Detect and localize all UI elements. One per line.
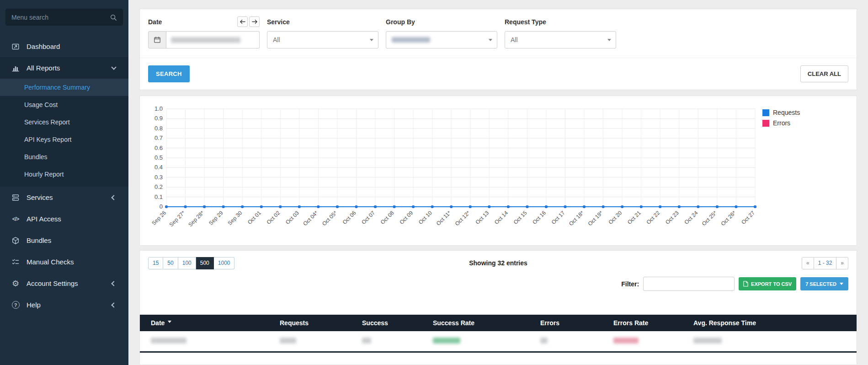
column-header-errors[interactable]: Errors [538, 315, 611, 331]
svg-text:Oct 24: Oct 24 [683, 209, 699, 225]
menu-search[interactable] [5, 9, 123, 26]
date-range-input[interactable] [166, 31, 260, 48]
svg-text:0.6: 0.6 [154, 145, 163, 151]
column-header-date[interactable]: Date [140, 315, 277, 331]
main-content: Date [128, 0, 868, 365]
column-header-requests[interactable]: Requests [277, 315, 359, 331]
table-row[interactable] [140, 331, 857, 352]
sidebar-subitem-usage-cost[interactable]: Usage Cost [0, 96, 128, 113]
chevron-down-icon [489, 39, 492, 43]
sidebar-item-help[interactable]: Help [0, 294, 128, 316]
redacted-avg-response-cell [693, 338, 722, 344]
svg-text:Oct 07: Oct 07 [360, 209, 376, 225]
sidebar-item-dashboard[interactable]: Dashboard [0, 36, 128, 57]
csv-file-icon [743, 281, 748, 287]
request-type-select-value: All [511, 36, 518, 43]
filter-panel: Date [139, 9, 857, 90]
sidebar-subitem-api-keys-report[interactable]: API Keys Report [0, 131, 128, 148]
clear-all-button[interactable]: CLEAR ALL [800, 65, 848, 82]
redacted-date-value [171, 37, 240, 43]
svg-text:Oct 18*: Oct 18* [568, 209, 585, 227]
sidebar-item-all-reports[interactable]: All Reports [0, 57, 128, 79]
table-filter-input[interactable] [643, 277, 735, 291]
sidebar-subitem-bundles[interactable]: Bundles [0, 148, 128, 166]
chevron-left-icon [111, 302, 116, 307]
code-icon [11, 216, 20, 222]
help-icon [11, 301, 20, 309]
sidebar-subitem-performance-summary[interactable]: Performance Summary [0, 79, 128, 96]
sidebar-item-services[interactable]: Services [0, 187, 128, 208]
svg-text:Oct 11*: Oct 11* [435, 209, 453, 227]
chart-panel: 00.10.20.30.40.50.60.70.80.91.0Sep 26Sep… [139, 96, 857, 246]
svg-text:0.4: 0.4 [154, 164, 163, 171]
group-by-select[interactable] [386, 31, 497, 48]
pagination-next-button[interactable]: » [836, 257, 848, 269]
requests-legend-swatch [762, 109, 769, 116]
svg-text:Oct 22: Oct 22 [645, 209, 661, 225]
svg-text:Sep 26: Sep 26 [150, 209, 167, 226]
sort-desc-icon [168, 321, 171, 325]
sidebar-item-account-settings[interactable]: Account Settings [0, 273, 128, 294]
date-next-button[interactable] [249, 16, 260, 27]
sidebar-subitem-services-report[interactable]: Services Report [0, 113, 128, 131]
svg-text:Oct 10: Oct 10 [417, 209, 433, 225]
column-header-success[interactable]: Success [359, 315, 430, 331]
group-by-label: Group By [386, 18, 415, 26]
request-type-select[interactable]: All [505, 31, 616, 48]
search-icon[interactable] [110, 14, 117, 21]
column-header-success-rate[interactable]: Success Rate [430, 315, 538, 331]
requests-errors-line-chart: 00.10.20.30.40.50.60.70.80.91.0Sep 26Sep… [145, 102, 762, 243]
svg-text:Oct 17: Oct 17 [550, 209, 566, 225]
svg-text:Oct 13: Oct 13 [474, 209, 490, 225]
search-button[interactable]: SEARCH [148, 65, 190, 82]
column-header-avg-response-time[interactable]: Avg. Response Time [691, 315, 857, 331]
svg-text:Oct 12*: Oct 12* [454, 209, 471, 227]
table-filter-label: Filter: [621, 280, 639, 288]
pagination-range-button[interactable]: 1 - 32 [814, 257, 837, 269]
svg-text:Oct 09: Oct 09 [398, 209, 414, 225]
service-label: Service [267, 18, 290, 26]
sidebar-item-manual-checks[interactable]: Manual Checks [0, 251, 128, 273]
sidebar-subitem-hourly-report[interactable]: Hourly Report [0, 166, 128, 183]
export-to-csv-button[interactable]: EXPORT TO CSV [739, 277, 796, 290]
app-root: Dashboard All Reports [0, 0, 868, 365]
group-by-filter-group: Group By [386, 16, 497, 48]
svg-text:Oct 16: Oct 16 [531, 209, 547, 225]
svg-text:Oct 14: Oct 14 [493, 209, 509, 225]
errors-legend-swatch [762, 120, 769, 127]
sidebar-section-all-reports: All Reports Performance Summary Usage Co… [0, 57, 128, 187]
svg-text:0.1: 0.1 [154, 193, 163, 200]
legend-label: Errors [773, 119, 790, 127]
pagination-prev-button[interactable]: « [802, 257, 814, 269]
svg-text:Sep 28*: Sep 28* [187, 209, 205, 228]
bar-chart-icon [11, 64, 20, 72]
svg-text:0.9: 0.9 [154, 115, 163, 122]
svg-text:0: 0 [160, 203, 163, 210]
service-select[interactable]: All [267, 31, 378, 48]
sidebar-item-bundles[interactable]: Bundles [0, 230, 128, 251]
sidebar-item-label: All Reports [27, 64, 112, 72]
date-prev-button[interactable] [237, 16, 248, 27]
checklist-icon [11, 258, 20, 266]
column-header-errors-rate[interactable]: Errors Rate [611, 315, 691, 331]
sidebar: Dashboard All Reports [0, 0, 128, 365]
menu-search-input[interactable] [11, 14, 110, 21]
service-select-value: All [273, 36, 280, 43]
svg-text:Oct 03: Oct 03 [284, 209, 300, 225]
page-size-100-button[interactable]: 100 [178, 257, 196, 269]
page-size-15-button[interactable]: 15 [148, 257, 163, 269]
calendar-icon[interactable] [148, 31, 166, 48]
page-size-group: 15 50 100 500 1000 [148, 257, 234, 269]
svg-text:Oct 05*: Oct 05* [321, 209, 338, 227]
svg-text:Oct 08: Oct 08 [379, 209, 395, 225]
svg-text:Oct 20: Oct 20 [607, 209, 623, 225]
page-size-50-button[interactable]: 50 [163, 257, 178, 269]
page-size-500-button[interactable]: 500 [196, 257, 214, 269]
sidebar-item-api-access[interactable]: API Access [0, 208, 128, 230]
chart-legend: Requests Errors [762, 102, 852, 243]
page-size-1000-button[interactable]: 1000 [214, 257, 235, 269]
sidebar-item-label: Services [27, 193, 112, 201]
selected-columns-button[interactable]: 7 SELECTED [800, 277, 848, 290]
chevron-down-icon [111, 64, 116, 70]
chevron-down-icon [607, 39, 611, 43]
